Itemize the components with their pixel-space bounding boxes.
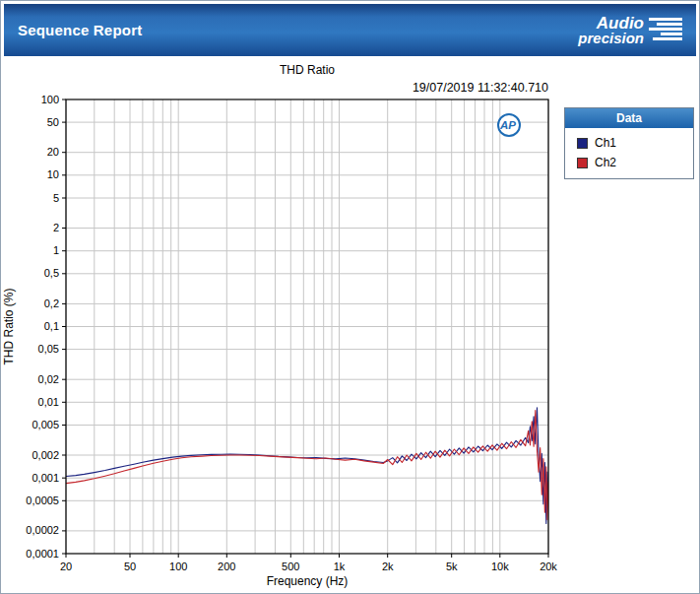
ch2-color-swatch [577, 158, 588, 168]
svg-text:1: 1 [53, 244, 59, 256]
report-header: Sequence Report Audio precision [4, 4, 696, 56]
logo-bars-icon [649, 16, 682, 44]
ch1-label: Ch1 [595, 136, 616, 150]
svg-text:50: 50 [124, 561, 136, 572]
svg-text:5k: 5k [446, 561, 458, 572]
ch1-color-swatch [577, 138, 588, 149]
legend-item-ch1: Ch1 [565, 133, 693, 153]
legend-item-ch2: Ch2 [565, 153, 693, 172]
svg-text:20: 20 [60, 561, 72, 572]
svg-text:10: 10 [47, 168, 59, 180]
ch2-label: Ch2 [595, 156, 616, 169]
svg-text:0,0005: 0,0005 [26, 495, 59, 506]
svg-text:0,002: 0,002 [32, 449, 59, 461]
svg-text:0,02: 0,02 [38, 373, 59, 385]
svg-text:100: 100 [41, 96, 59, 105]
audio-precision-logo-text: Audio precision [578, 15, 644, 45]
page-title: Sequence Report [18, 22, 142, 38]
svg-text:0,0002: 0,0002 [26, 524, 59, 536]
chart-title: THD Ratio [66, 63, 548, 77]
svg-text:0,001: 0,001 [32, 472, 59, 484]
svg-text:20: 20 [47, 146, 59, 158]
svg-text:1k: 1k [334, 561, 346, 572]
svg-text:10k: 10k [491, 561, 509, 572]
svg-text:2: 2 [53, 222, 59, 233]
legend: Data Ch1 Ch2 [564, 107, 694, 179]
svg-text:2k: 2k [382, 561, 394, 572]
svg-text:100: 100 [169, 561, 187, 572]
sequence-report-window: Sequence Report Audio precision THD Rati… [0, 0, 700, 594]
svg-text:20k: 20k [540, 561, 557, 572]
measurement-timestamp: 19/07/2019 11:32:40.710 [66, 81, 548, 95]
svg-text:0,0001: 0,0001 [26, 548, 59, 560]
svg-text:THD Ratio (%): THD Ratio (%) [2, 288, 16, 364]
svg-text:0,5: 0,5 [44, 267, 59, 279]
svg-text:5: 5 [53, 192, 59, 204]
svg-text:AP: AP [499, 119, 516, 131]
svg-text:Frequency (Hz): Frequency (Hz) [267, 574, 349, 588]
svg-text:50: 50 [47, 116, 59, 128]
svg-text:0,05: 0,05 [38, 343, 59, 355]
legend-body: Ch1 Ch2 [565, 128, 693, 178]
svg-text:0,2: 0,2 [44, 297, 59, 309]
svg-text:500: 500 [282, 561, 299, 572]
thd-ratio-plot: 20501002005001k2k5k10k20k1005020105210,5… [1, 96, 577, 593]
svg-text:0,01: 0,01 [38, 396, 59, 408]
audio-precision-logo: Audio precision [578, 15, 682, 45]
svg-text:200: 200 [218, 561, 235, 572]
svg-text:0,005: 0,005 [32, 419, 59, 430]
legend-header: Data [565, 108, 693, 128]
svg-text:0,1: 0,1 [44, 320, 59, 332]
